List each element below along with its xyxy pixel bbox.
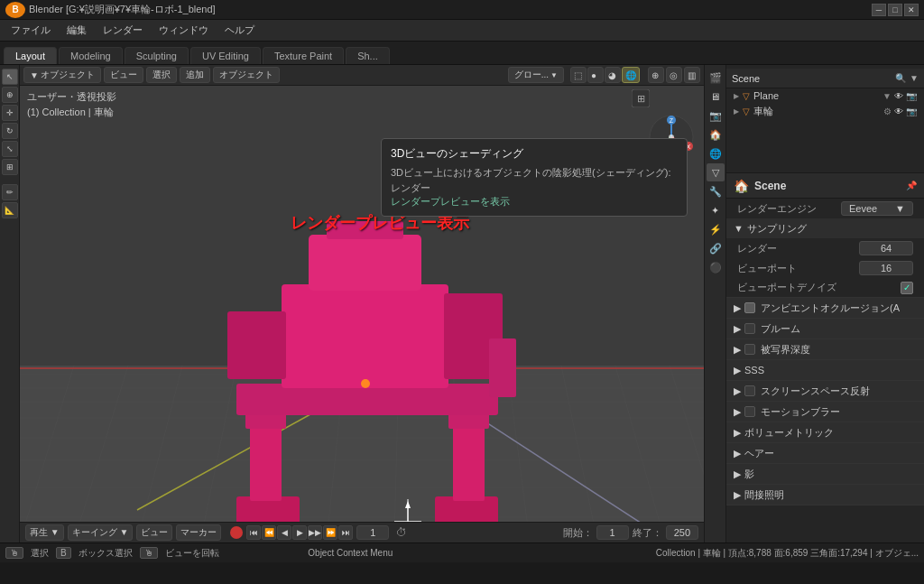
sss-header[interactable]: ▶ SSS <box>726 360 924 380</box>
physics-props-icon[interactable]: ⚡ <box>707 220 725 238</box>
plane-visibility-icon[interactable]: 👁 <box>894 91 903 101</box>
particles-props-icon[interactable]: ✦ <box>707 201 725 219</box>
material-props-icon[interactable]: ⚫ <box>707 258 725 276</box>
window-controls[interactable]: ─ □ ✕ <box>872 4 919 16</box>
box-select-key: B <box>56 547 71 559</box>
hair-header[interactable]: ▶ ヘアー <box>726 443 924 463</box>
ao-header[interactable]: ▶ アンビエントオクルージョン(A <box>726 298 924 318</box>
select-menu-btn[interactable]: 選択 <box>146 67 177 83</box>
menu-edit[interactable]: 編集 <box>60 22 94 40</box>
ssr-checkbox[interactable] <box>744 385 755 396</box>
tab-uv-editing[interactable]: UV Editing <box>190 47 261 64</box>
current-frame[interactable]: 1 <box>356 525 389 540</box>
object-props-icon[interactable]: ▽ <box>707 163 725 181</box>
tab-sculpting[interactable]: Sculpting <box>125 47 189 64</box>
indirect-lighting-header[interactable]: ▶ 間接照明 <box>726 485 924 505</box>
transform-tool-button[interactable]: ⊞ <box>2 159 18 175</box>
bloom-header[interactable]: ▶ ブルーム <box>726 319 924 338</box>
view-menu-btn[interactable]: ビュー <box>104 67 143 83</box>
bloom-checkbox[interactable] <box>744 323 755 334</box>
viewport-3d[interactable]: ユーザー・透視投影 (1) Collection | 車輪 レンダープレビュー表… <box>20 86 704 522</box>
mode-selector[interactable]: ▼ オブジェクト <box>23 67 101 83</box>
menu-render[interactable]: レンダー <box>96 22 150 40</box>
viewport-samples-value[interactable]: 16 <box>859 261 913 275</box>
object-menu-btn[interactable]: オブジェクト <box>213 67 280 83</box>
properties-panel: 🏠 Scene 📌 レンダーエンジン Eevee ▼ ▼ サン <box>726 173 924 542</box>
outliner-item-plane[interactable]: ▶ ▽ Plane ▼ 👁 📷 <box>726 88 924 103</box>
wheel-visibility-icon[interactable]: 👁 <box>894 107 903 116</box>
ssr-header[interactable]: ▶ スクリーンスペース反射 <box>726 381 924 401</box>
annotate-tool-button[interactable]: ✏ <box>2 184 18 200</box>
ssr-label: スクリーンスペース反射 <box>761 385 870 398</box>
plane-render-icon[interactable]: 📷 <box>906 91 917 101</box>
volumetrics-header[interactable]: ▶ ボリューメトリック <box>726 422 924 442</box>
motion-blur-checkbox[interactable] <box>744 406 755 417</box>
render-shading-btn[interactable]: 🌐 <box>622 67 640 83</box>
rotate-tool-button[interactable]: ↻ <box>2 123 18 139</box>
scene-props-icon[interactable]: 🏠 <box>707 125 725 144</box>
move-tool-button[interactable]: ✛ <box>2 105 18 121</box>
motion-blur-header[interactable]: ▶ モーションブラー <box>726 402 924 422</box>
dof-header[interactable]: ▶ 被写界深度 <box>726 339 924 359</box>
outliner-item-wheel[interactable]: ▶ ▽ 車輪 ⚙ 👁 📷 <box>726 103 924 120</box>
jump-end-btn[interactable]: ⏭ <box>338 525 353 540</box>
props-pin-icon[interactable]: 📌 <box>906 181 917 190</box>
wheel-filter-icon[interactable]: ⚙ <box>883 107 892 116</box>
tab-shader[interactable]: Sh... <box>346 47 390 64</box>
outliner: Scene 🔍 ▼ ▶ ▽ Plane ▼ 👁 📷 ▶ ▽ <box>726 65 924 173</box>
modifier-props-icon[interactable]: 🔧 <box>707 182 725 200</box>
shadows-header[interactable]: ▶ 影 <box>726 464 924 484</box>
add-menu-btn[interactable]: 追加 <box>180 67 210 83</box>
close-button[interactable]: ✕ <box>904 4 919 16</box>
next-keyframe-btn[interactable]: ⏩ <box>323 525 337 540</box>
gizmo-toggle-btn[interactable]: ⊕ <box>648 67 664 83</box>
scale-tool-button[interactable]: ⤡ <box>2 141 18 157</box>
render-engine-dropdown[interactable]: Eevee ▼ <box>841 201 913 216</box>
wheel-render-icon[interactable]: 📷 <box>906 107 917 116</box>
wireframe-shading-btn[interactable]: ⬚ <box>570 67 587 83</box>
output-props-icon[interactable]: 🖥 <box>707 88 725 106</box>
start-frame[interactable]: 1 <box>596 525 629 540</box>
measure-tool-button[interactable]: 📐 <box>2 202 18 218</box>
ao-checkbox[interactable] <box>744 302 755 313</box>
global-btn[interactable]: グロー... ▼ <box>508 67 564 83</box>
render-props-icon[interactable]: 🎬 <box>707 69 725 87</box>
world-props-icon[interactable]: 🌐 <box>707 144 725 162</box>
cursor-tool-button[interactable]: ⊕ <box>2 87 18 103</box>
menu-window[interactable]: ウィンドウ <box>152 22 216 40</box>
minimize-button[interactable]: ─ <box>872 4 886 16</box>
tab-layout[interactable]: Layout <box>4 47 57 64</box>
step-fwd-btn[interactable]: ▶▶ <box>308 525 322 540</box>
record-button[interactable] <box>230 526 243 539</box>
material-shading-btn[interactable]: ◕ <box>605 67 621 83</box>
solid-shading-btn[interactable]: ● <box>587 67 604 83</box>
tab-modeling[interactable]: Modeling <box>59 47 123 64</box>
outliner-filter-icon[interactable]: ▼ <box>910 73 919 83</box>
menu-help[interactable]: ヘルプ <box>217 22 262 40</box>
workspace-tabs: Layout Modeling Sculpting UV Editing Tex… <box>0 42 924 65</box>
dof-checkbox[interactable] <box>744 344 755 355</box>
menu-file[interactable]: ファイル <box>4 22 58 40</box>
viewport-denoise-checkbox[interactable]: ✓ <box>901 282 913 294</box>
end-frame[interactable]: 250 <box>666 525 698 540</box>
viewport-camera-icon[interactable]: ⊞ <box>632 89 650 109</box>
outliner-search-icon[interactable]: 🔍 <box>895 73 906 83</box>
keying-menu-btn[interactable]: キーイング ▼ <box>68 524 134 541</box>
play-btn[interactable]: ▶ <box>292 525 307 540</box>
maximize-button[interactable]: □ <box>888 4 902 16</box>
tab-texture-paint[interactable]: Texture Paint <box>263 47 344 64</box>
constraints-props-icon[interactable]: 🔗 <box>707 239 725 257</box>
play-menu-btn[interactable]: 再生 ▼ <box>25 524 64 541</box>
sampling-header[interactable]: ▼ サンプリング <box>726 218 924 238</box>
prev-keyframe-btn[interactable]: ⏪ <box>262 525 276 540</box>
plane-filter-icon[interactable]: ▼ <box>882 91 892 101</box>
marker-menu-btn[interactable]: マーカー <box>176 524 221 541</box>
tl-view-btn[interactable]: ビュー <box>136 524 172 541</box>
step-back-btn[interactable]: ◀ <box>277 525 291 540</box>
jump-start-btn[interactable]: ⏮ <box>246 525 261 540</box>
select-tool-button[interactable]: ↖ <box>2 69 18 85</box>
xray-toggle-btn[interactable]: ▥ <box>684 67 700 83</box>
render-samples-value[interactable]: 64 <box>859 241 913 255</box>
view-layer-props-icon[interactable]: 📷 <box>707 107 725 125</box>
overlay-toggle-btn[interactable]: ◎ <box>666 67 682 83</box>
